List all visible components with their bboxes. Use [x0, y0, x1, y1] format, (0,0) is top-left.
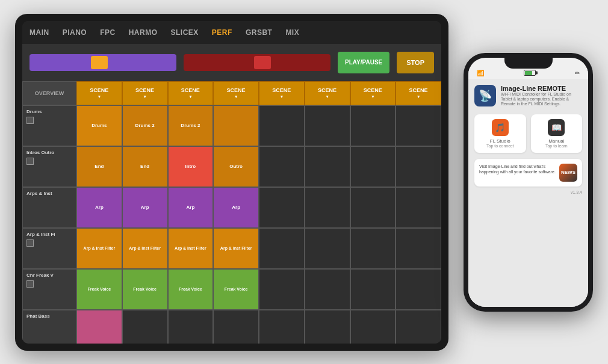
- grid-cell[interactable]: Drums: [76, 105, 122, 146]
- phone-notch: [504, 58, 553, 69]
- scene-header-7[interactable]: SCENE ▼: [350, 81, 396, 105]
- grid-cell[interactable]: [350, 105, 396, 146]
- grid-cell[interactable]: [122, 310, 168, 344]
- scene-header-5[interactable]: SCENE ▼: [259, 81, 305, 105]
- grid-cell[interactable]: Freak Voice: [168, 269, 214, 310]
- scene-header-6[interactable]: SCENE ▼: [305, 81, 350, 105]
- table-row: Arps & Inst Arp Arp Arp Arp: [22, 187, 441, 228]
- app-subtitle: Wi-Fi MIDI Controller for FL Studio on T…: [501, 92, 573, 107]
- table-row: Drums Drums Drums 2 Drums 2: [22, 105, 441, 146]
- scene-arrow-4: ▼: [234, 94, 238, 99]
- phone-screen: 📶 ✏ 📡 Image-Line REMOTE Wi-Fi MIDI Contr…: [468, 58, 588, 307]
- controls-bar: PLAY/PAUSE STOP: [22, 44, 441, 81]
- grid-cell[interactable]: [396, 105, 441, 146]
- yellow-slider-track[interactable]: [29, 54, 176, 71]
- grid-cell[interactable]: Freak Voice: [213, 269, 259, 310]
- grid-cell[interactable]: Arp: [213, 187, 259, 228]
- grid-cell[interactable]: [259, 105, 305, 146]
- grid-cell[interactable]: [305, 187, 350, 228]
- scene-arrow-5: ▼: [279, 94, 284, 99]
- red-slider-track[interactable]: [184, 54, 330, 71]
- grid-cell[interactable]: [396, 187, 441, 228]
- grid-cell[interactable]: [305, 269, 350, 310]
- nav-harmo[interactable]: HARMO: [128, 26, 159, 39]
- grid-cell[interactable]: Arp & Inst Filter: [76, 228, 122, 269]
- grid-cell[interactable]: [350, 228, 396, 269]
- grid-cell[interactable]: [259, 269, 305, 310]
- scene-header-8[interactable]: SCENE ▼: [396, 81, 441, 105]
- scene-header-3[interactable]: SCENE ▼: [168, 81, 214, 105]
- nav-grsbt[interactable]: GRSBT: [244, 26, 274, 39]
- grid-cell[interactable]: Arp & Inst Filter: [213, 228, 259, 269]
- nav-fpc[interactable]: FPC: [99, 26, 117, 39]
- grid-cell[interactable]: Arp: [168, 187, 214, 228]
- grid-cell[interactable]: End: [76, 146, 122, 187]
- tablet-screen: MAIN PIANO FPC HARMO SLICEX PERF GRSBT M…: [22, 21, 441, 344]
- fl-studio-button[interactable]: 🎵 FL Studio Tap to connect: [474, 114, 526, 153]
- scene-header-2[interactable]: SCENE ▼: [122, 81, 168, 105]
- grid-cell[interactable]: Freak Voice: [122, 269, 168, 310]
- drums-checkbox[interactable]: [26, 117, 34, 124]
- manual-button[interactable]: 📖 Manual Tap to learn: [531, 114, 583, 153]
- table-row: Chr Freak V Freak Voice Freak Voice Frea…: [22, 269, 441, 310]
- grid-cell[interactable]: [350, 310, 396, 344]
- scene-header-1[interactable]: SCENE ▼: [76, 81, 122, 105]
- row-label-drums: Drums: [22, 105, 76, 146]
- yellow-slider-thumb[interactable]: [91, 56, 108, 69]
- grid-cell[interactable]: Outro: [213, 146, 259, 187]
- battery-icon: [524, 70, 536, 76]
- arp-filter-checkbox[interactable]: [26, 239, 34, 247]
- grid-cell[interactable]: [396, 310, 441, 344]
- grid-cell[interactable]: Drums 2: [122, 105, 168, 146]
- grid-cell[interactable]: [259, 228, 305, 269]
- nav-main[interactable]: MAIN: [28, 26, 51, 39]
- scene-header-4[interactable]: SCENE ▼: [213, 81, 259, 105]
- wifi-icon: 📶: [477, 70, 484, 76]
- grid-cell[interactable]: [396, 269, 441, 310]
- grid-cell[interactable]: [213, 105, 259, 146]
- freak-checkbox[interactable]: [26, 280, 34, 288]
- grid-cell[interactable]: [396, 228, 441, 269]
- red-slider-thumb[interactable]: [254, 56, 271, 69]
- grid-cell[interactable]: [213, 310, 259, 344]
- grid-cell[interactable]: [259, 310, 305, 344]
- nav-mix[interactable]: MIX: [284, 26, 300, 39]
- grid-cell[interactable]: [305, 228, 350, 269]
- row-label-arp-filter: Arp & Inst Fi: [22, 228, 76, 269]
- grid-cell[interactable]: [350, 187, 396, 228]
- grid-cell[interactable]: Arp: [76, 187, 122, 228]
- stop-button[interactable]: STOP: [397, 52, 434, 73]
- grid-cell[interactable]: [350, 269, 396, 310]
- play-pause-button[interactable]: PLAY/PAUSE: [338, 52, 389, 73]
- grid-cell[interactable]: [259, 187, 305, 228]
- grid-cell[interactable]: Arp & Inst Filter: [168, 228, 214, 269]
- fl-studio-sublabel: Tap to connect: [486, 144, 514, 148]
- grid-cell[interactable]: Intro: [168, 146, 214, 187]
- grid-cell[interactable]: [396, 146, 441, 187]
- grid-cell[interactable]: [350, 146, 396, 187]
- grid-cell[interactable]: [76, 310, 122, 344]
- grid-cell[interactable]: [259, 146, 305, 187]
- grid-cell[interactable]: Arp: [122, 187, 168, 228]
- fl-studio-label: FL Studio: [490, 138, 510, 144]
- intros-checkbox[interactable]: [26, 158, 34, 165]
- grid-cell[interactable]: End: [122, 146, 168, 187]
- scene-arrow-3: ▼: [188, 94, 193, 99]
- table-row: Phat Bass: [22, 310, 441, 344]
- grid-cell[interactable]: [168, 310, 214, 344]
- nav-slicex[interactable]: SLICEX: [170, 26, 200, 39]
- grid-cell[interactable]: [305, 146, 350, 187]
- phone-action-buttons: 🎵 FL Studio Tap to connect 📖 Manual Tap …: [474, 114, 582, 153]
- news-banner[interactable]: Visit Image-Line and find out what's hap…: [474, 159, 582, 187]
- grid-header: OVERVIEW SCENE ▼ SCENE ▼ SCENE ▼ SCENE: [22, 81, 441, 105]
- row-label-phat: Phat Bass: [22, 310, 76, 344]
- grid-cell[interactable]: [305, 310, 350, 344]
- grid-cell[interactable]: Freak Voice: [76, 269, 122, 310]
- nav-perf[interactable]: PERF: [211, 26, 234, 39]
- scene-arrow-2: ▼: [143, 94, 147, 99]
- table-row: Arp & Inst Fi Arp & Inst Filter Arp & In…: [22, 228, 441, 269]
- grid-cell[interactable]: Drums 2: [168, 105, 214, 146]
- grid-cell[interactable]: Arp & Inst Filter: [122, 228, 168, 269]
- grid-cell[interactable]: [305, 105, 350, 146]
- nav-piano[interactable]: PIANO: [61, 26, 88, 39]
